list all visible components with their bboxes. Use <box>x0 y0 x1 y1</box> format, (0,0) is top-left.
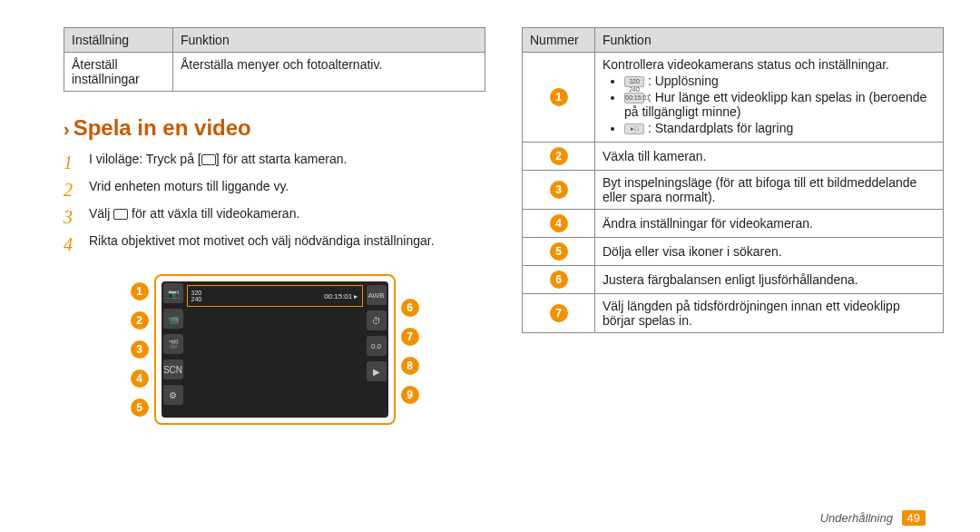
callout-badge: 5 <box>131 399 149 417</box>
rec-time-indicator: 00:15:01 ▸ <box>324 292 358 300</box>
callout-badge: 9 <box>401 386 419 404</box>
step-number: 2 <box>64 178 80 202</box>
callout-badge: 7 <box>401 328 419 346</box>
timer-icon[interactable]: ⏱ <box>367 310 387 330</box>
callout-badge: 6 <box>401 299 419 317</box>
resolution-indicator: 320 240 <box>191 290 202 302</box>
step-text: Välj för att växla till videokameran. <box>89 205 299 230</box>
th-function: Funktion <box>595 28 944 53</box>
play-icon[interactable]: ▶ <box>367 361 387 381</box>
ev-icon[interactable]: 0.0 <box>367 336 387 356</box>
step-text: Rikta objektivet mot motivet och välj nö… <box>89 232 435 257</box>
callout-badge: 3 <box>131 340 149 359</box>
inline-indicator-icon: ▸□ <box>624 123 644 134</box>
camera-screen-frame: 320 240 00:15:01 ▸ 📷 📹 🎬 SCN ⚙ AWB ⏱ 0.0 <box>154 274 396 425</box>
callout-badge: 1 <box>131 282 149 300</box>
step-text: Vrid enheten moturs till liggande vy. <box>89 178 289 202</box>
callout-badge: 3 <box>550 181 568 199</box>
section-title-text: Spela in en video <box>74 115 251 140</box>
right-column: Nummer Funktion 1Kontrollera videokamera… <box>522 27 944 514</box>
awb-icon[interactable]: AWB <box>367 285 387 305</box>
cell-function: Återställa menyer och fotoalternativ. <box>173 53 485 92</box>
camera-mode-icon[interactable]: 📷 <box>163 283 183 303</box>
callout-description: Välj längden på tidsfördröjningen innan … <box>595 294 944 333</box>
callout-description: Växla till kameran. <box>595 143 944 171</box>
callout-description: Kontrollera videokamerans status och ins… <box>595 53 944 143</box>
scene-icon[interactable]: SCN <box>163 360 183 379</box>
video-mode-icon[interactable]: 📹 <box>163 309 183 329</box>
inline-indicator-icon: 00:15:01 <box>624 93 644 103</box>
step-number: 1 <box>64 151 80 175</box>
section-heading: ›Spela in en video <box>64 115 485 141</box>
rec-mode-icon[interactable]: 🎬 <box>163 334 183 354</box>
callout-description: Justera färgbalansen enligt ljusförhålla… <box>595 266 944 294</box>
callout-description: Dölja eller visa ikoner i sökaren. <box>595 238 944 266</box>
callout-badge: 8 <box>401 357 419 375</box>
camera-key-icon <box>201 154 216 165</box>
settings-icon[interactable]: ⚙ <box>163 385 183 405</box>
th-setting: Inställning <box>64 28 173 53</box>
left-column: Inställning Funktion Återställ inställni… <box>64 27 485 514</box>
th-number: Nummer <box>523 28 595 53</box>
callout-badge: 1 <box>550 88 568 106</box>
callout-description: Ändra inställningar för videokameran. <box>595 210 944 238</box>
footer-section: Underhållning <box>820 511 893 525</box>
th-function: Funktion <box>173 28 485 53</box>
callout-badge: 7 <box>550 304 568 322</box>
callout-badge: 2 <box>550 147 568 165</box>
camera-status-bar: 320 240 00:15:01 ▸ <box>187 285 363 307</box>
inline-indicator-icon: 320 240 <box>624 76 644 87</box>
page-footer: Underhållning 49 <box>820 511 926 525</box>
step-number: 3 <box>64 205 80 230</box>
callout-badge: 2 <box>131 311 149 330</box>
camera-key-icon <box>113 209 128 220</box>
chevron-icon: › <box>64 119 70 139</box>
step-text: I viloläge: Tryck på [] för att starta k… <box>89 151 347 175</box>
cell-setting: Återställ inställningar <box>64 53 173 92</box>
step-number: 4 <box>64 232 80 257</box>
callout-description: Byt inspelningsläge (för att bifoga till… <box>595 171 944 210</box>
callout-badge: 6 <box>550 271 568 289</box>
camera-screen: 320 240 00:15:01 ▸ 📷 📹 🎬 SCN ⚙ AWB ⏱ 0.0 <box>162 281 388 418</box>
camera-preview-figure: 1 2 3 4 5 320 240 00:15:01 ▸ 📷 📹 🎬 SC <box>64 274 485 425</box>
steps-list: 1 I viloläge: Tryck på [] för att starta… <box>64 148 485 260</box>
callout-badge: 5 <box>550 242 568 261</box>
callout-table: Nummer Funktion 1Kontrollera videokamera… <box>522 27 944 333</box>
page-number: 49 <box>902 510 926 526</box>
callout-badge: 4 <box>131 369 149 388</box>
callout-badge: 4 <box>550 214 568 232</box>
settings-table: Inställning Funktion Återställ inställni… <box>64 27 485 92</box>
